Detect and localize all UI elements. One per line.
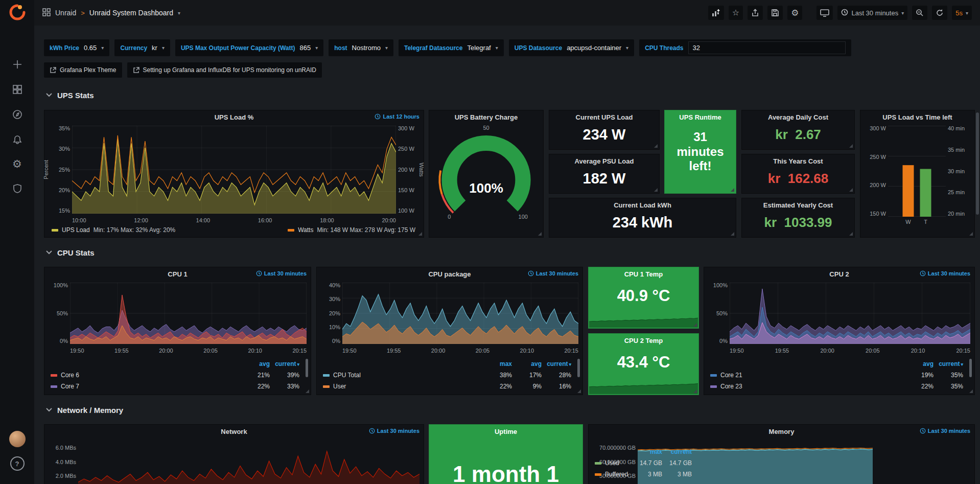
panel-title[interactable]: Average Daily Cost	[768, 113, 828, 121]
clock-icon	[920, 428, 926, 434]
link-grafana-plex-theme[interactable]: Grafana Plex Theme	[44, 62, 122, 78]
legend-scrollbar[interactable]	[969, 359, 972, 377]
plot-area[interactable]: 19:5019:5520:0020:0520:1020:15	[730, 283, 970, 355]
legend-item-watts[interactable]: Watts Min: 148 W Max: 278 W Avg: 175 W	[288, 226, 415, 234]
panel-title[interactable]: CPU 2	[829, 270, 849, 278]
refresh-button[interactable]	[932, 6, 947, 20]
panel-current-load-kwh: Current Load kWh 234 kWh	[549, 198, 736, 238]
cpu-threads-input[interactable]	[688, 41, 846, 54]
plot-area[interactable]: 19:5019:5520:0020:0520:1020:15	[342, 283, 578, 355]
plot-area[interactable]: 19:5019:5520:0020:0520:1020:15	[70, 283, 307, 355]
y-axis-left: 40%30%20%10%0%	[320, 283, 340, 344]
breadcrumb-folder[interactable]: Unraid	[55, 9, 76, 17]
server-admin-shield-icon[interactable]	[0, 183, 34, 194]
section-ups-stats[interactable]: UPS Stats	[46, 88, 94, 102]
chevron-down-icon[interactable]: ▾	[178, 10, 180, 16]
variable-ups-max-output[interactable]: UPS Max Output Power Capacity (Watt) 865…	[175, 39, 323, 56]
panel-title[interactable]: Uptime	[495, 428, 517, 435]
chevron-down-icon: ▾	[162, 45, 165, 51]
time-badge-label: Last 12 hours	[383, 113, 419, 120]
panel-title[interactable]: UPS Load vs Time left	[882, 113, 952, 121]
sidebar: ⚙ ?	[0, 0, 34, 484]
grafana-logo-icon[interactable]	[0, 4, 34, 20]
legend[interactable]: avgcurrentCore 2119%35%Core 2322%35%	[710, 358, 963, 392]
explore-compass-icon[interactable]	[0, 109, 34, 120]
variable-host[interactable]: host Nostromo ▾	[329, 39, 393, 56]
panel-title[interactable]: Estimated Yearly Cost	[763, 201, 833, 209]
breadcrumb-dashboard-title[interactable]: Unraid System Dashboard	[89, 9, 173, 17]
variable-telegraf-datasource[interactable]: Telegraf Datasource Telegraf ▾	[399, 39, 504, 56]
dashboards-icon[interactable]	[0, 84, 34, 95]
alerting-bell-icon[interactable]	[0, 134, 34, 145]
panel-title[interactable]: UPS Load %	[215, 113, 254, 121]
legend[interactable]: maxavgcurrentCPU Total38%17%28%User22%9%…	[323, 358, 571, 392]
variable-ups-datasource[interactable]: UPS Datasource apcupsd-container ▾	[509, 39, 634, 56]
panel-title[interactable]: Current UPS Load	[576, 113, 633, 121]
panel-title[interactable]: UPS Runtime	[679, 113, 721, 121]
cycle-view-tv-button[interactable]	[816, 6, 833, 20]
plot-area[interactable]: 10:0012:0014:0016:0018:0020:00	[72, 126, 396, 225]
gauge-area: 050100100%	[429, 124, 543, 226]
time-range-picker[interactable]: Last 30 minutes ▾	[837, 6, 907, 20]
panel-ups-runtime: UPS Runtime 31 minutes left!	[664, 110, 736, 194]
page-scrollbar[interactable]	[976, 112, 979, 215]
topbar-actions: ☆ ⚙ Last 30 minutes ▾	[708, 6, 972, 20]
configuration-gear-icon[interactable]: ⚙	[0, 158, 34, 170]
panel-title[interactable]: CPU package	[428, 270, 471, 278]
x-axis-labels: 10:0012:0014:0016:0018:0020:00	[72, 216, 396, 225]
section-cpu-stats[interactable]: CPU Stats	[46, 245, 95, 260]
star-button[interactable]: ☆	[729, 6, 743, 20]
panel-title[interactable]: CPU 1	[168, 270, 187, 278]
save-button[interactable]	[767, 6, 783, 20]
add-panel-button[interactable]	[708, 6, 724, 20]
external-link-icon	[133, 67, 139, 74]
variable-cpu-threads: CPU Threads	[639, 39, 851, 56]
svg-text:W: W	[905, 219, 911, 225]
stat-value: kr 162.68	[742, 168, 854, 189]
panel-time-badge[interactable]: Last 30 minutes	[920, 270, 970, 276]
legend-item-ups-load[interactable]: UPS Load Min: 17% Max: 32% Avg: 20%	[52, 226, 175, 234]
panel-title[interactable]: CPU 2 Temp	[624, 337, 663, 344]
panel-time-badge[interactable]: Last 30 minutes	[369, 428, 419, 434]
panel-current-ups-load: Current UPS Load 234 W	[549, 110, 660, 150]
legend-label: UPS Load	[62, 226, 90, 234]
user-avatar[interactable]	[0, 431, 34, 447]
chevron-down-icon: ▾	[385, 45, 388, 51]
panel-title[interactable]: Average PSU Load	[575, 157, 634, 165]
panel-title[interactable]: UPS Battery Charge	[455, 113, 518, 121]
panel-cpu2-temp: CPU 2 Temp 43.4 °C	[588, 333, 699, 395]
plot-area[interactable]: WT	[888, 126, 946, 228]
panel-time-badge[interactable]: Last 30 minutes	[920, 428, 970, 434]
legend-scrollbar[interactable]	[577, 359, 580, 377]
panel-time-badge[interactable]: Last 30 minutes	[528, 270, 578, 276]
section-title: Network / Memory	[57, 406, 123, 414]
panel-header: UPS Battery Charge	[429, 110, 543, 124]
panel-uptime: Uptime 1 month 1	[429, 424, 583, 484]
legend-scrollbar[interactable]	[306, 359, 308, 377]
stat-value: 1 month 1	[429, 462, 582, 484]
create-plus-icon[interactable]	[0, 59, 34, 70]
settings-gear-button[interactable]: ⚙	[787, 6, 802, 20]
variable-value: apcupsd-container	[567, 44, 621, 52]
time-badge-label: Last 30 minutes	[377, 428, 419, 434]
panel-title[interactable]: This Years Cost	[773, 157, 823, 165]
help-icon[interactable]: ?	[0, 456, 34, 471]
plot-area[interactable]	[78, 439, 419, 484]
dashboard-grid-icon[interactable]	[42, 8, 51, 18]
variable-currency[interactable]: Currency kr ▾	[114, 39, 170, 56]
x-axis-labels: 19:5019:5520:0020:0520:1020:15	[730, 346, 970, 355]
panel-time-badge[interactable]: Last 30 minutes	[256, 270, 307, 276]
panel-title[interactable]: Network	[221, 428, 247, 435]
panel-title[interactable]: Memory	[769, 428, 795, 435]
link-ups-monitoring-guide[interactable]: Setting up Grafana and InfluxDB for UPS …	[127, 62, 322, 78]
panel-time-badge[interactable]: Last 12 hours	[375, 113, 419, 120]
panel-title[interactable]: Current Load kWh	[614, 201, 671, 209]
legend[interactable]: avgcurrentCore 621%39%Core 722%33%	[51, 358, 299, 392]
share-button[interactable]	[748, 6, 763, 20]
section-network-memory[interactable]: Network / Memory	[46, 403, 123, 417]
variable-kwh-price[interactable]: kWh Price 0.65 ▾	[44, 39, 109, 56]
legend[interactable]: maxcurrentUsed14.7 GB14.7 GBBuffered3 MB…	[595, 446, 692, 484]
zoom-out-time-button[interactable]	[912, 6, 927, 20]
panel-title[interactable]: CPU 1 Temp	[624, 270, 663, 278]
refresh-interval-picker[interactable]: 5s ▾	[952, 6, 972, 20]
